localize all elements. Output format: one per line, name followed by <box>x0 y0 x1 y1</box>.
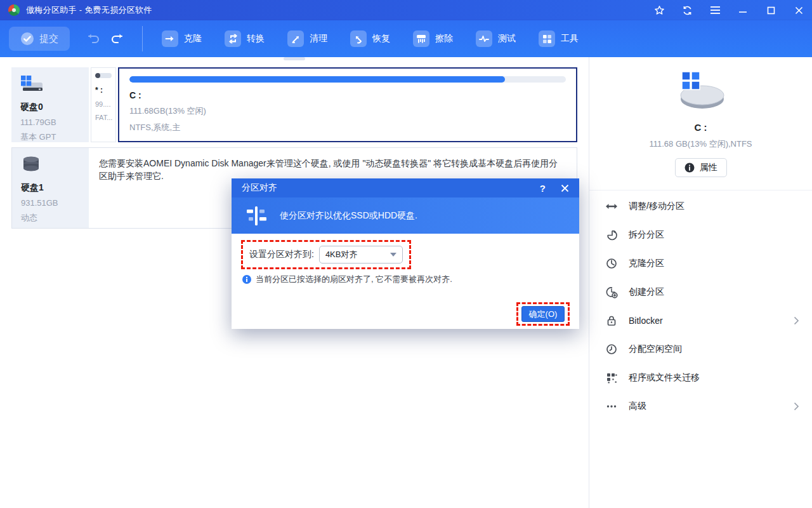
chevron-down-icon <box>390 253 396 257</box>
partition-c-selected[interactable]: C : 111.68GB(13% 空闲) NTFS,系统,主 <box>118 67 577 142</box>
volume-pie-icon <box>673 71 729 113</box>
minimize-button[interactable] <box>737 4 749 16</box>
disk1-size: 931.51GB <box>21 198 80 208</box>
erase-icon <box>413 30 429 47</box>
ok-annotation-box: 确定(O) <box>516 302 570 326</box>
right-panel: C : 111.68 GB(13% 空闲),NTFS 属性 调整/移动分区 <box>589 57 812 508</box>
recover-icon <box>350 30 367 47</box>
dialog-subheader: 使分区对齐以优化SSD或HDD硬盘. <box>232 197 579 234</box>
menu-item-bitlocker[interactable]: Bitlocker <box>589 306 812 335</box>
app-window: 傲梅分区助手 - 免费无损分区软件 <box>0 0 812 508</box>
resize-move-icon <box>605 200 619 213</box>
properties-info-icon <box>684 163 695 173</box>
toolbar-item-tools[interactable]: 工具 <box>539 30 579 47</box>
undo-button[interactable] <box>86 33 100 44</box>
split-partition-icon <box>605 229 619 241</box>
more-dots-icon <box>605 400 619 413</box>
partition-reserved-usage-bar <box>95 73 112 78</box>
align-partition-icon <box>244 204 268 228</box>
partition-alignment-dialog: 分区对齐 ? 使分区对齐以优化SSD或HDD硬盘. <box>232 178 579 329</box>
selected-volume-label: C : <box>695 122 707 133</box>
dynamic-disk-icon <box>21 156 41 175</box>
check-circle-icon <box>20 32 34 46</box>
create-partition-icon <box>605 286 619 298</box>
dialog-help-icon[interactable]: ? <box>540 183 546 194</box>
app-logo-icon <box>8 4 20 17</box>
alignment-label: 设置分区对齐到: <box>249 249 314 260</box>
disk0-size: 111.79GB <box>20 117 80 127</box>
toolbar-item-convert[interactable]: 转换 <box>225 30 265 47</box>
disk0-info-card[interactable]: 硬盘0 111.79GB 基本 GPT <box>11 67 89 142</box>
test-icon <box>476 30 492 47</box>
toolbar-item-recover[interactable]: 恢复 <box>350 30 390 47</box>
partition-c-fs: NTFS,系统,主 <box>129 122 566 133</box>
partition-reserved-label: * : <box>95 86 112 95</box>
menu-item-app-migration[interactable]: 程序或文件夹迁移 <box>589 363 812 392</box>
properties-button[interactable]: 属性 <box>675 158 727 177</box>
partition-reserved-fs: FAT... <box>95 114 112 121</box>
partition-c-usage-bar <box>129 76 566 83</box>
toolbar-item-erase[interactable]: 擦除 <box>413 30 453 47</box>
properties-label: 属性 <box>700 162 717 173</box>
menu-item-split-partition[interactable]: 拆分分区 <box>589 220 812 249</box>
redo-button[interactable] <box>110 33 124 44</box>
alignment-info-row: 当前分区已按选择的扇区对齐了, 它不需要被再次对齐. <box>242 274 452 285</box>
toolbar-item-clone[interactable]: 克隆 <box>162 30 202 47</box>
menu-item-create-partition[interactable]: 创建分区 <box>589 277 812 306</box>
dialog-title: 分区对齐 <box>242 182 277 194</box>
menu-item-advanced[interactable]: 高级 <box>589 392 812 420</box>
favorite-star-icon[interactable] <box>653 4 665 16</box>
disk-row-0: 硬盘0 111.79GB 基本 GPT * : 99.... FAT... C … <box>11 67 577 142</box>
selected-volume-info: 111.68 GB(13% 空闲),NTFS <box>649 138 752 150</box>
info-icon <box>242 275 251 284</box>
migrate-apps-icon <box>605 371 619 384</box>
convert-icon <box>225 30 241 47</box>
menu-item-clone-partition[interactable]: 克隆分区 <box>589 249 812 277</box>
chevron-right-icon <box>794 316 799 325</box>
partition-reserved[interactable]: * : 99.... FAT... <box>91 67 116 142</box>
disk1-style: 动态 <box>21 212 80 224</box>
tools-icon <box>539 30 555 47</box>
partition-c-label: C : <box>129 90 566 100</box>
disk0-name: 硬盘0 <box>20 102 80 113</box>
lock-icon <box>605 314 619 327</box>
dialog-body: 设置分区对齐到: 4KB对齐 当前分区已按选择的扇区对齐了, 它不需要被再次对齐… <box>232 234 579 329</box>
clone-icon <box>162 30 178 47</box>
menu-item-resize-move[interactable]: 调整/移动分区 <box>589 192 812 220</box>
clock-icon <box>605 343 619 356</box>
title-bar: 傲梅分区助手 - 免费无损分区软件 <box>0 0 812 20</box>
alignment-info-text: 当前分区已按选择的扇区对齐了, 它不需要被再次对齐. <box>256 274 452 285</box>
dialog-subtitle: 使分区对齐以优化SSD或HDD硬盘. <box>280 210 417 222</box>
refresh-sync-icon[interactable] <box>681 4 693 16</box>
main-menu-icon[interactable] <box>709 4 721 16</box>
disk1-name: 硬盘1 <box>21 182 80 194</box>
disk-drive-icon <box>20 75 44 94</box>
maximize-button[interactable] <box>765 4 776 16</box>
alignment-selected-value: 4KB对齐 <box>325 249 390 260</box>
scroll-handle[interactable] <box>284 57 305 60</box>
clone-partition-icon <box>605 257 619 270</box>
disk-map-area: 硬盘0 111.79GB 基本 GPT * : 99.... FAT... C … <box>0 57 589 508</box>
window-title: 傲梅分区助手 - 免费无损分区软件 <box>26 4 152 16</box>
clean-icon <box>287 30 304 47</box>
ok-button[interactable]: 确定(O) <box>521 306 565 322</box>
submit-button[interactable]: 提交 <box>9 27 70 51</box>
submit-label: 提交 <box>39 33 58 45</box>
partition-reserved-size: 99.... <box>95 100 112 108</box>
dialog-close-icon[interactable] <box>561 184 569 192</box>
menu-item-allocate-free-space[interactable]: 分配空闲空间 <box>589 335 812 363</box>
alignment-dropdown[interactable]: 4KB对齐 <box>319 246 403 264</box>
close-button[interactable] <box>793 4 804 16</box>
dialog-header[interactable]: 分区对齐 ? <box>232 178 579 197</box>
toolbar-item-test[interactable]: 测试 <box>476 30 516 47</box>
toolbar-separator <box>142 26 143 51</box>
partition-c-size: 111.68GB(13% 空闲) <box>129 105 566 117</box>
panel-divider <box>589 190 812 190</box>
toolbar: 提交 克隆 <box>0 20 812 57</box>
disk0-style: 基本 GPT <box>20 131 80 143</box>
chevron-right-icon <box>794 402 799 411</box>
toolbar-item-clean[interactable]: 清理 <box>287 30 327 47</box>
alignment-annotation-box: 设置分区对齐到: 4KB对齐 <box>241 240 411 269</box>
operations-menu: 调整/移动分区 拆分分区 克隆分区 <box>589 192 812 420</box>
disk1-info-card[interactable]: 硬盘1 931.51GB 动态 <box>12 148 89 228</box>
